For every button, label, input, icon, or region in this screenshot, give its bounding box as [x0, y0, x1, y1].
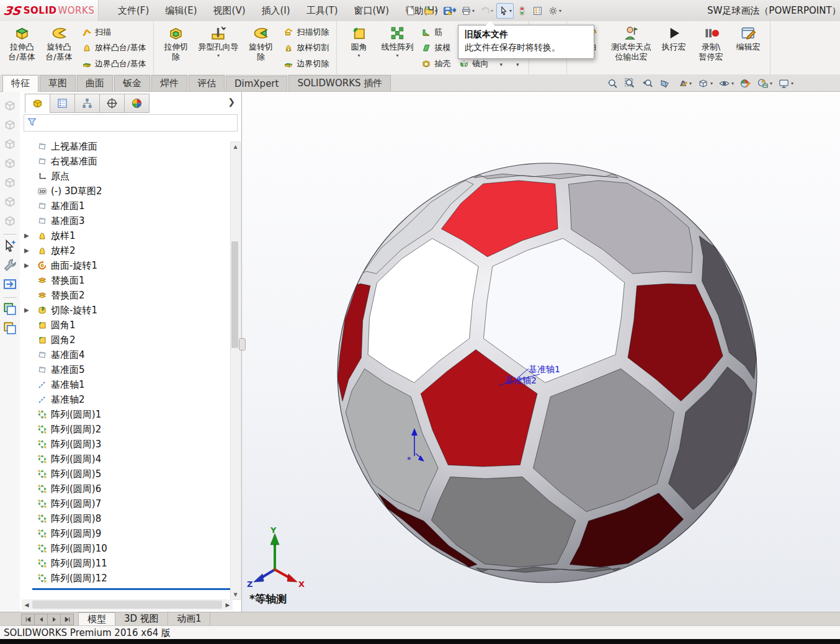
- headsup-annotation-view-button[interactable]: A▾: [676, 78, 692, 89]
- manager-tab-mgr-dimxpert[interactable]: [99, 94, 125, 113]
- tree-item[interactable]: 阵列(圆周)6: [20, 481, 231, 496]
- tree-item[interactable]: ▶放样1: [20, 228, 231, 243]
- ribbon-button-linear-pattern[interactable]: 线性阵列▾: [378, 23, 416, 73]
- strip-wrench-button[interactable]: [2, 257, 18, 275]
- tab-3[interactable]: 钣金: [114, 75, 150, 91]
- tree-item[interactable]: 原点: [20, 169, 231, 184]
- headsup-previous-view-button[interactable]: [641, 78, 653, 89]
- qat-file-properties-button[interactable]: [530, 3, 545, 19]
- ribbon-button-macro-edit[interactable]: 编辑宏: [730, 23, 766, 73]
- tree-item[interactable]: ▶曲面-旋转1: [20, 258, 231, 273]
- qat-print-button[interactable]: ▾: [459, 3, 476, 19]
- tab-1[interactable]: 草图: [40, 75, 76, 91]
- ribbon-button-draft[interactable]: 拔模: [419, 40, 453, 56]
- chevron-down-icon[interactable]: ▾: [217, 53, 220, 58]
- chevron-down-icon[interactable]: ▾: [791, 81, 793, 86]
- tree-item[interactable]: 基准面5: [20, 362, 231, 377]
- nav-next-button[interactable]: [47, 614, 61, 625]
- headsup-view-orientation-button[interactable]: ▾: [697, 78, 713, 89]
- tree-item[interactable]: 基准面4: [20, 347, 231, 362]
- expand-arrow-icon[interactable]: ▶: [24, 306, 29, 313]
- manager-tab-mgr-features[interactable]: [25, 94, 50, 113]
- ribbon-button-revolve-boss[interactable]: 旋转凸 台/基体: [41, 23, 77, 73]
- scroll-left-icon[interactable]: ◀: [22, 602, 32, 608]
- tree-item[interactable]: 阵列(圆周)9: [20, 526, 231, 541]
- tree-item[interactable]: 阵列(圆周)12: [20, 571, 231, 586]
- scroll-right-icon[interactable]: ▶: [223, 602, 233, 608]
- manager-tab-mgr-display[interactable]: [124, 94, 150, 113]
- chevron-down-icon[interactable]: ▾: [396, 53, 398, 58]
- ribbon-dropdown-button[interactable]: ▾: [499, 61, 503, 68]
- ribbon-button-sweep[interactable]: 扫描: [79, 24, 148, 40]
- tree-item[interactable]: 阵列(圆周)3: [20, 437, 231, 452]
- chevron-down-icon[interactable]: ▾: [472, 8, 475, 14]
- headsup-section-view-button[interactable]: [659, 78, 671, 89]
- tree-item[interactable]: 阵列(圆周)5: [20, 467, 231, 481]
- ribbon-button-loft[interactable]: 放样凸台/基体: [79, 40, 148, 56]
- tree-item[interactable]: 替换面1: [20, 273, 231, 288]
- tree-item[interactable]: ▶放样2: [20, 243, 231, 258]
- chevron-down-icon[interactable]: ▾: [435, 8, 437, 14]
- scroll-up-icon[interactable]: ▲: [231, 142, 240, 151]
- tree-filter-bar[interactable]: [24, 114, 238, 132]
- chevron-down-icon[interactable]: ▾: [416, 8, 419, 14]
- rollback-bar[interactable]: [32, 588, 231, 590]
- tree-item[interactable]: 阵列(圆周)2: [20, 422, 231, 437]
- ribbon-dropdown-button[interactable]: ▾: [516, 61, 519, 68]
- strip-ghost-cube-button[interactable]: [2, 97, 18, 115]
- ribbon-button-boundary[interactable]: 边界凸台/基体: [79, 56, 148, 71]
- scrollbar-thumb[interactable]: [32, 601, 222, 609]
- qat-undo-button[interactable]: ▾: [478, 3, 495, 19]
- ribbon-button-macro-run[interactable]: 执行宏: [656, 23, 692, 73]
- strip-ghost-cube-button[interactable]: [2, 136, 18, 154]
- manager-tab-mgr-properties[interactable]: [50, 94, 75, 113]
- strip-ghost-cube-button[interactable]: [2, 213, 18, 231]
- tree-item[interactable]: 阵列(圆周)1: [20, 407, 231, 422]
- document-tab-2[interactable]: 动画1: [168, 612, 211, 626]
- strip-layers-yellow-button[interactable]: [2, 320, 18, 338]
- tree-item[interactable]: 右视基准面: [20, 154, 231, 169]
- tree-item[interactable]: 圆角1: [20, 318, 231, 333]
- tree-item[interactable]: 基准轴1: [20, 377, 231, 392]
- headsup-edit-appearance-button[interactable]: [739, 78, 751, 89]
- tab-4[interactable]: 焊件: [151, 75, 187, 91]
- ribbon-button-fillet[interactable]: 圆角▾: [341, 23, 377, 73]
- menu-item[interactable]: 视图(V): [205, 0, 254, 21]
- tree-item[interactable]: 基准轴2: [20, 392, 231, 407]
- soccer-ball-model[interactable]: 基准轴1 基准轴2 * Y X Z: [242, 92, 840, 612]
- tree-item[interactable]: 阵列(圆周)11: [20, 556, 231, 571]
- chevron-down-icon[interactable]: ▾: [770, 81, 772, 86]
- ribbon-button-loft-cut[interactable]: 放样切割: [281, 40, 331, 56]
- ribbon-button-macro-user[interactable]: 测试华天点 位输出宏: [608, 23, 655, 73]
- menu-item[interactable]: 窗口(W): [346, 0, 398, 21]
- tree-item[interactable]: 基准面3: [20, 213, 231, 228]
- tab-5[interactable]: 评估: [189, 75, 225, 91]
- scroll-down-icon[interactable]: ▼: [231, 590, 240, 599]
- document-tab-1[interactable]: 3D 视图: [115, 612, 168, 626]
- panel-expand-chevron-icon[interactable]: ❯: [228, 97, 235, 107]
- menu-item[interactable]: 文件(F): [110, 0, 157, 21]
- strip-select-add-button[interactable]: [2, 238, 18, 256]
- ribbon-button-extrude-boss[interactable]: 拉伸凸 台/基体: [4, 23, 40, 73]
- ribbon-button-revolve-cut[interactable]: 旋转切 除: [243, 23, 279, 73]
- expand-arrow-icon[interactable]: ▶: [24, 247, 29, 254]
- tree-horizontal-scrollbar[interactable]: ◀ ▶: [22, 599, 233, 610]
- nav-first-button[interactable]: [21, 614, 35, 625]
- ribbon-button-hole-wizard[interactable]: 异型孔向导▾: [195, 23, 241, 73]
- chevron-down-icon[interactable]: ▾: [731, 81, 734, 86]
- tree-item[interactable]: ▶切除-旋转1: [20, 303, 231, 318]
- tab-2[interactable]: 曲面: [77, 75, 113, 91]
- headsup-view-settings-button[interactable]: ▾: [778, 78, 793, 89]
- strip-ghost-cube-button[interactable]: [2, 174, 18, 192]
- tab-0[interactable]: 特征: [2, 75, 38, 92]
- tree-item[interactable]: 上视基准面: [20, 139, 231, 154]
- chevron-down-icon[interactable]: ▾: [509, 8, 512, 14]
- ribbon-button-boundary-cut[interactable]: 边界切除: [281, 56, 331, 71]
- tree-vertical-scrollbar[interactable]: ▲ ▼: [230, 141, 241, 600]
- strip-ghost-cube-button[interactable]: [2, 117, 18, 135]
- tree-item[interactable]: 阵列(圆周)10: [20, 541, 231, 556]
- headsup-zoom-fit-button[interactable]: [607, 78, 619, 89]
- headsup-zoom-area-button[interactable]: [624, 78, 636, 89]
- tree-item[interactable]: 3D(-) 3D草图2: [20, 184, 231, 199]
- nav-prev-button[interactable]: [34, 614, 48, 625]
